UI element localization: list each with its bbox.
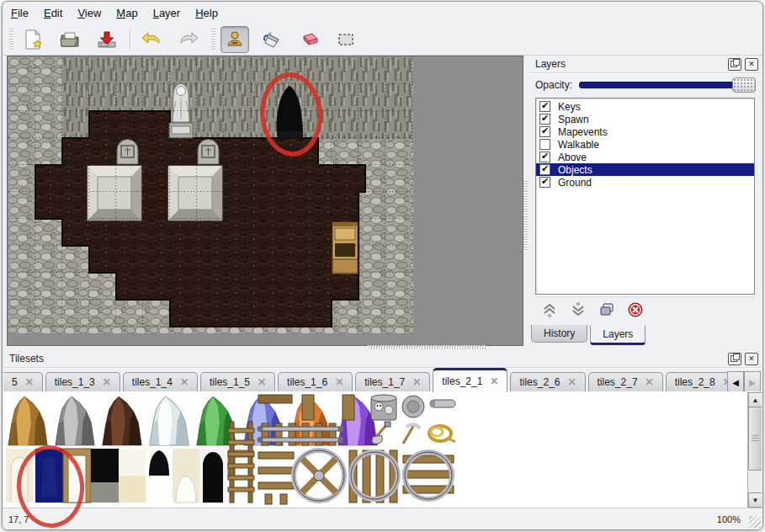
tile-skull-barrel[interactable] [371,395,396,420]
tab-scroll-left[interactable]: ◀ [727,371,744,393]
tab-history[interactable]: History [531,325,587,343]
open-button[interactable] [56,26,84,53]
tileset-tab-5[interactable]: 5 ✕ [3,372,43,391]
tile-gold-rock[interactable] [8,396,48,445]
float-panel-button[interactable] [728,58,741,71]
tileset-scrollbar[interactable]: ▲ ▼ [747,392,762,508]
tile-pale-tile[interactable] [119,449,146,503]
layer-checkbox[interactable]: ✔ [539,126,550,137]
eraser-tool-button[interactable] [295,26,323,53]
redo-button[interactable] [174,26,203,53]
save-button[interactable] [93,26,121,53]
map-canvas[interactable] [7,56,523,346]
menu-file[interactable]: File [11,4,36,22]
layer-row-above[interactable]: ✔ Above [536,151,754,163]
tileset-tab-tiles_1_5[interactable]: tiles_1_5 ✕ [200,372,275,391]
tileset-content[interactable]: ▲ ▼ [3,391,762,508]
tile-wood-planks[interactable] [258,452,294,504]
tileset-tab-tiles_2_6[interactable]: tiles_2_6 ✕ [510,372,585,391]
menu-edit[interactable]: Edit [44,4,70,22]
close-tab-icon[interactable]: ✕ [103,376,111,388]
open-folder-icon [59,29,81,51]
layer-checkbox[interactable]: ✔ [539,164,550,175]
new-file-button[interactable] [19,26,47,53]
layer-checkbox[interactable]: ✔ [539,139,550,150]
tile-rail-crossing[interactable] [294,450,344,501]
layer-checkbox[interactable]: ✔ [539,101,550,112]
opacity-slider-handle[interactable] [732,77,756,93]
tile-ice-rock[interactable] [150,396,189,445]
delete-layer-button[interactable] [626,301,645,319]
close-panel-button[interactable]: ✕ [745,58,758,71]
menu-layer[interactable]: Layer [153,4,189,22]
tile-white-hood[interactable] [173,449,199,503]
scroll-down-button[interactable]: ▼ [748,492,762,508]
tileset-tab-tiles_1_7[interactable]: tiles_1_7 ✕ [355,372,430,391]
opacity-slider[interactable] [579,82,755,88]
tile-wood-door-frame[interactable] [63,449,91,503]
layer-checkbox[interactable]: ✔ [539,114,550,125]
tile-dark-opening[interactable] [91,449,119,503]
tileset-tab-tiles_1_3[interactable]: tiles_1_3 ✕ [45,372,120,391]
fill-tool-button[interactable] [258,26,286,53]
float-panel-button[interactable] [728,353,741,365]
stamp-tool-button[interactable] [220,26,249,53]
horizontal-splitter[interactable] [3,344,762,350]
layer-row-mapevents[interactable]: ✔ Mapevents [536,125,754,138]
close-tab-icon[interactable]: ✕ [335,376,343,388]
resize-grip[interactable] [749,516,761,528]
tile-brown-rock[interactable] [103,396,142,445]
scrollbar-thumb[interactable] [748,407,762,471]
close-tab-icon[interactable]: ✕ [180,376,189,388]
toolbar-drag-handle[interactable] [9,29,13,51]
tile-rope-coil[interactable] [429,426,455,442]
toolbar-drag-handle-2[interactable] [211,29,215,51]
tab-layers[interactable]: Layers [590,325,645,345]
move-layer-down-button[interactable] [569,301,587,319]
tile-barrel-lid[interactable] [402,396,424,418]
tile-black-arch[interactable] [199,449,226,503]
layer-row-objects[interactable]: ✔ Objects [536,163,754,176]
float-icon [730,355,737,362]
opacity-row: Opacity: [529,73,762,95]
new-file-icon [22,29,44,51]
layer-row-walkable[interactable]: ✔ Walkable [536,138,754,151]
duplicate-layer-button[interactable] [598,301,616,319]
tile-black-hood[interactable] [146,449,173,503]
menu-map[interactable]: Map [116,4,145,22]
tile-grey-rock[interactable] [56,396,95,445]
close-tab-icon[interactable]: ✕ [412,376,421,388]
tile-rail-curve-2[interactable] [403,452,454,499]
layer-row-ground[interactable]: ✔ Ground [536,176,754,189]
eraser-icon [298,29,320,51]
layer-row-keys[interactable]: ✔ Keys [536,100,754,113]
tileset-tab-tiles_1_6[interactable]: tiles_1_6 ✕ [278,372,353,391]
close-tab-icon[interactable]: ✕ [645,376,654,388]
layer-checkbox[interactable]: ✔ [539,152,550,162]
zoom-level: 100% [717,514,741,524]
tile-pickaxe[interactable] [403,423,420,444]
tile-pipe[interactable] [430,400,455,407]
tileset-tab-tiles_2_1[interactable]: tiles_2_1 ✕ [433,368,507,392]
menu-help[interactable]: Help [195,4,226,22]
tile-dark-blue-door[interactable] [35,449,63,503]
close-tab-icon[interactable]: ✕ [567,376,576,388]
close-tab-icon[interactable]: ✕ [25,376,34,388]
tile-ladder[interactable] [228,422,254,503]
tileset-tab-tiles_2_7[interactable]: tiles_2_7 ✕ [588,372,663,391]
close-tab-icon[interactable]: ✕ [490,375,498,387]
rect-select-tool-button[interactable] [332,26,360,53]
tileset-tab-tiles_1_4[interactable]: tiles_1_4 ✕ [123,372,198,391]
scroll-up-button[interactable]: ▲ [748,392,762,407]
tile-rail-curve[interactable] [349,450,398,503]
move-layer-up-button[interactable] [540,301,559,319]
tile-cream-arch[interactable] [6,449,33,503]
vertical-splitter[interactable] [523,56,529,344]
close-tab-icon[interactable]: ✕ [258,376,266,388]
undo-button[interactable] [137,26,166,53]
layer-checkbox[interactable]: ✔ [539,177,550,188]
layer-row-spawn[interactable]: ✔ Spawn [536,113,754,125]
menu-view[interactable]: View [77,4,109,22]
close-panel-button[interactable]: ✕ [745,353,758,365]
tab-scroll-right[interactable]: ▶ [744,371,761,393]
